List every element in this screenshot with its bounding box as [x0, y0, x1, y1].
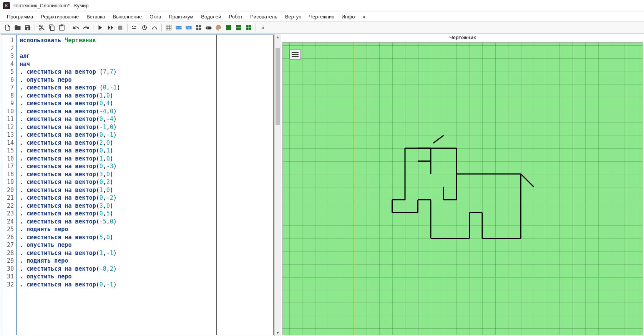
code-line[interactable]: . сместиться на вектор(2,0) — [20, 139, 270, 147]
code-line[interactable]: . сместиться на вектор(0,5) — [20, 210, 270, 218]
svg-rect-10 — [196, 28, 198, 30]
tool-3-button[interactable] — [150, 23, 159, 32]
svg-rect-7 — [186, 26, 192, 30]
tool-2-button[interactable] — [140, 23, 149, 32]
editor-scrollbar[interactable]: ▲ ▼ — [274, 34, 281, 336]
code-line[interactable]: . сместиться на вектор(5,0) — [20, 233, 270, 242]
scroll-down-arrow[interactable]: ▼ — [275, 329, 281, 336]
code-editor[interactable]: использовать Чертежник алгнач. сместитьс… — [17, 35, 273, 335]
paint-button[interactable] — [214, 23, 223, 32]
code-line[interactable]: . сместиться на вектор(3,0) — [20, 202, 270, 210]
svg-line-40 — [433, 136, 444, 143]
code-line[interactable]: . сместиться на вектор(0,2) — [20, 178, 270, 186]
code-line[interactable]: . сместиться на вектор(-8,2) — [20, 265, 270, 273]
green1-button[interactable] — [224, 23, 233, 32]
code-line[interactable]: . сместиться на вектор (7,7) — [20, 68, 270, 76]
editor-pane: 1234567891011121314151617181920212223242… — [1, 35, 274, 335]
svg-rect-9 — [199, 25, 201, 27]
menubar: ПрограммаРедактированиеВставкаВыполнение… — [0, 12, 644, 22]
svg-line-35 — [521, 174, 534, 187]
code-line[interactable]: . поднять перо — [20, 257, 270, 265]
code-line[interactable]: . опустить перо — [20, 241, 270, 249]
cut-button[interactable] — [37, 23, 46, 32]
redo-button[interactable] — [81, 23, 91, 32]
open-file-button[interactable] — [13, 23, 22, 32]
svg-rect-5 — [166, 25, 171, 30]
code-line[interactable]: . сместиться на вектор(1,0) — [20, 92, 270, 100]
new-file-button[interactable] — [3, 23, 12, 32]
menu-чертежник[interactable]: Чертежник — [306, 12, 337, 21]
paste-button[interactable] — [57, 23, 66, 32]
menu-вставка[interactable]: Вставка — [83, 12, 108, 21]
code-line[interactable]: . сместиться на вектор(0,-4) — [20, 115, 270, 123]
app-icon: К — [3, 2, 10, 9]
step-button[interactable] — [106, 23, 115, 32]
separator — [93, 24, 93, 31]
code-line[interactable]: . сместиться на вектор(3,0) — [20, 170, 270, 179]
canvas[interactable] — [282, 42, 643, 335]
canvas-menu-button[interactable] — [289, 50, 301, 60]
main-area: 1234567891011121314151617181920212223242… — [0, 34, 644, 336]
game-button[interactable] — [204, 23, 213, 32]
svg-rect-14 — [226, 25, 231, 30]
code-line[interactable]: нач — [20, 60, 270, 68]
separator — [127, 24, 128, 31]
code-line[interactable]: . сместиться на вектор(0,-2) — [20, 194, 270, 202]
scroll-up-arrow[interactable]: ▲ — [275, 34, 281, 40]
drawing-output — [282, 43, 643, 334]
menu-окна[interactable]: Окна — [146, 12, 164, 21]
code-line[interactable]: алг — [20, 52, 270, 60]
window-title: Чертежник_Слоник.kum* - Кумир — [12, 3, 88, 8]
menu-программа[interactable]: Программа — [4, 12, 36, 21]
code-line[interactable]: . сместиться на вектор(1,0) — [20, 186, 270, 194]
toolbar-more-button[interactable]: » — [258, 23, 267, 32]
menu-»[interactable]: » — [359, 12, 368, 21]
code-line[interactable]: . сместиться на вектор(0,-1) — [20, 131, 270, 139]
run-button[interactable] — [96, 23, 105, 32]
code-line[interactable]: . опустить перо — [20, 273, 270, 281]
save-button[interactable] — [23, 23, 32, 32]
code-line[interactable]: . сместиться на вектор(1,0) — [20, 155, 270, 163]
code-line[interactable] — [20, 45, 270, 53]
stop-button[interactable] — [116, 23, 125, 32]
water2-button[interactable] — [184, 23, 193, 32]
green2-button[interactable] — [234, 23, 243, 32]
code-line[interactable]: . поднять перо — [20, 225, 270, 233]
scroll-thumb[interactable] — [276, 48, 280, 125]
menu-вертун[interactable]: Вертун — [282, 12, 305, 21]
code-line[interactable]: . сместиться на вектор(1,-1) — [20, 249, 270, 257]
copy-button[interactable] — [47, 23, 56, 32]
menu-редактирование[interactable]: Редактирование — [38, 12, 82, 21]
undo-button[interactable] — [71, 23, 81, 32]
code-line[interactable]: . сместиться на вектор(-5,0) — [20, 218, 270, 226]
svg-rect-11 — [199, 28, 201, 30]
menu-практикум[interactable]: Практикум — [166, 12, 196, 21]
green3-button[interactable] — [244, 23, 253, 32]
grid-button[interactable] — [164, 23, 173, 32]
menu-выполнение[interactable]: Выполнение — [110, 12, 145, 21]
menu-водолей[interactable]: Водолей — [198, 12, 224, 21]
separator — [69, 24, 69, 31]
menu-робот[interactable]: Робот — [226, 12, 246, 21]
svg-rect-3 — [132, 28, 136, 29]
code-line[interactable]: . сместиться на вектор (0,-1) — [20, 84, 270, 92]
water-button[interactable] — [174, 23, 183, 32]
code-line[interactable]: использовать Чертежник — [20, 36, 270, 45]
tool-1-button[interactable] — [130, 23, 139, 32]
code-line[interactable]: . опустить перо — [20, 76, 270, 84]
titlebar: К Чертежник_Слоник.kum* - Кумир — [0, 0, 644, 12]
code-line[interactable]: . сместиться на вектор(0,4) — [20, 99, 270, 108]
menu-рисователь[interactable]: Рисователь — [247, 12, 280, 21]
code-line[interactable]: . сместиться на вектор(0,-3) — [20, 162, 270, 170]
drawing-pane: Чертежник — [281, 34, 644, 336]
menu-инфо[interactable]: Инфо — [339, 12, 358, 21]
code-line[interactable]: . сместиться на вектор(-4,0) — [20, 108, 270, 116]
code-line[interactable]: . сместиться на вектор(0,-1) — [20, 281, 270, 289]
svg-point-1 — [132, 26, 133, 27]
svg-point-2 — [134, 26, 136, 27]
grid2-button[interactable] — [194, 23, 203, 32]
code-line[interactable]: . сместиться на вектор(-1,0) — [20, 123, 270, 131]
line-gutter: 1234567891011121314151617181920212223242… — [1, 35, 17, 335]
code-line[interactable]: . сместиться на вектор(0,1) — [20, 147, 270, 155]
toolbar: » — [0, 22, 644, 34]
